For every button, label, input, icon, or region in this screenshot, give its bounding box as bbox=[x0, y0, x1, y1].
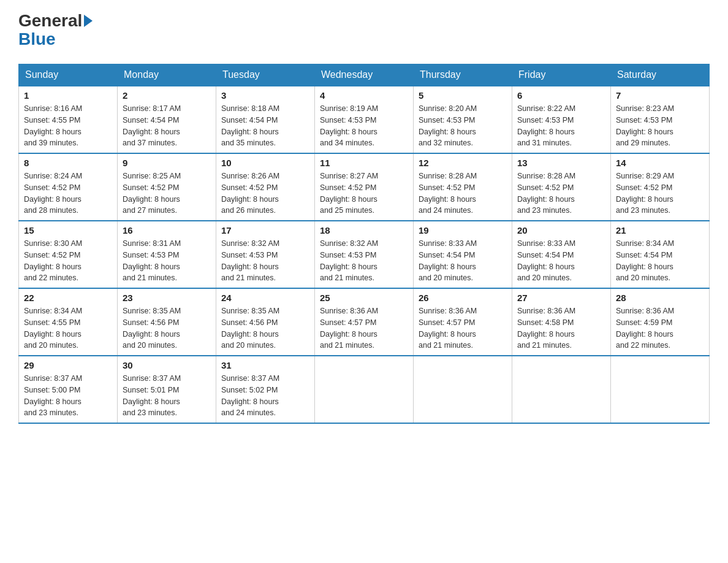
day-number: 3 bbox=[221, 90, 309, 101]
week-row-3: 15 Sunrise: 8:30 AMSunset: 4:52 PMDaylig… bbox=[19, 221, 710, 288]
day-number: 24 bbox=[221, 293, 309, 303]
day-number: 1 bbox=[24, 90, 112, 101]
day-number: 16 bbox=[123, 225, 211, 236]
day-info: Sunrise: 8:27 AMSunset: 4:52 PMDaylight:… bbox=[320, 170, 408, 216]
day-number: 31 bbox=[221, 360, 309, 370]
logo-general-text: General bbox=[18, 12, 82, 29]
day-cell-18: 18 Sunrise: 8:32 AMSunset: 4:53 PMDaylig… bbox=[315, 221, 414, 288]
empty-cell-w4-d5 bbox=[512, 356, 611, 423]
day-info: Sunrise: 8:34 AMSunset: 4:55 PMDaylight:… bbox=[24, 305, 112, 351]
day-info: Sunrise: 8:36 AMSunset: 4:58 PMDaylight:… bbox=[517, 305, 605, 351]
logo-blue-text: Blue bbox=[18, 31, 56, 48]
day-number: 11 bbox=[320, 158, 408, 168]
day-cell-2: 2 Sunrise: 8:17 AMSunset: 4:54 PMDayligh… bbox=[118, 86, 216, 153]
day-cell-10: 10 Sunrise: 8:26 AMSunset: 4:52 PMDaylig… bbox=[216, 153, 315, 221]
day-info: Sunrise: 8:36 AMSunset: 4:59 PMDaylight:… bbox=[616, 305, 704, 351]
day-number: 29 bbox=[24, 360, 112, 370]
day-number: 26 bbox=[419, 293, 507, 303]
day-number: 21 bbox=[616, 225, 704, 236]
day-info: Sunrise: 8:37 AMSunset: 5:01 PMDaylight:… bbox=[123, 373, 211, 419]
day-number: 9 bbox=[123, 158, 211, 168]
day-number: 23 bbox=[123, 293, 211, 303]
header-friday: Friday bbox=[512, 64, 611, 86]
day-number: 6 bbox=[517, 90, 605, 101]
day-number: 20 bbox=[517, 225, 605, 236]
day-info: Sunrise: 8:37 AMSunset: 5:02 PMDaylight:… bbox=[221, 373, 309, 419]
day-info: Sunrise: 8:28 AMSunset: 4:52 PMDaylight:… bbox=[419, 170, 507, 216]
day-number: 22 bbox=[24, 293, 112, 303]
day-info: Sunrise: 8:17 AMSunset: 4:54 PMDaylight:… bbox=[123, 103, 211, 149]
day-cell-29: 29 Sunrise: 8:37 AMSunset: 5:00 PMDaylig… bbox=[19, 356, 118, 423]
day-info: Sunrise: 8:22 AMSunset: 4:53 PMDaylight:… bbox=[517, 103, 605, 149]
day-info: Sunrise: 8:37 AMSunset: 5:00 PMDaylight:… bbox=[24, 373, 112, 419]
day-number: 2 bbox=[123, 90, 211, 101]
page-header: General Blue bbox=[18, 12, 710, 52]
day-cell-16: 16 Sunrise: 8:31 AMSunset: 4:53 PMDaylig… bbox=[118, 221, 216, 288]
day-info: Sunrise: 8:29 AMSunset: 4:52 PMDaylight:… bbox=[616, 170, 704, 216]
day-cell-5: 5 Sunrise: 8:20 AMSunset: 4:53 PMDayligh… bbox=[414, 86, 512, 153]
day-info: Sunrise: 8:30 AMSunset: 4:52 PMDaylight:… bbox=[24, 238, 112, 284]
day-number: 4 bbox=[320, 90, 408, 101]
day-cell-4: 4 Sunrise: 8:19 AMSunset: 4:53 PMDayligh… bbox=[315, 86, 414, 153]
day-cell-17: 17 Sunrise: 8:32 AMSunset: 4:53 PMDaylig… bbox=[216, 221, 315, 288]
week-row-2: 8 Sunrise: 8:24 AMSunset: 4:52 PMDayligh… bbox=[19, 153, 710, 221]
day-info: Sunrise: 8:35 AMSunset: 4:56 PMDaylight:… bbox=[221, 305, 309, 351]
day-cell-31: 31 Sunrise: 8:37 AMSunset: 5:02 PMDaylig… bbox=[216, 356, 315, 423]
logo: General Blue bbox=[18, 12, 94, 52]
day-number: 30 bbox=[123, 360, 211, 370]
header-row: SundayMondayTuesdayWednesdayThursdayFrid… bbox=[19, 64, 710, 86]
day-info: Sunrise: 8:18 AMSunset: 4:54 PMDaylight:… bbox=[221, 103, 309, 149]
day-info: Sunrise: 8:36 AMSunset: 4:57 PMDaylight:… bbox=[419, 305, 507, 351]
day-number: 18 bbox=[320, 225, 408, 236]
day-info: Sunrise: 8:32 AMSunset: 4:53 PMDaylight:… bbox=[221, 238, 309, 284]
day-number: 15 bbox=[24, 225, 112, 236]
day-cell-1: 1 Sunrise: 8:16 AMSunset: 4:55 PMDayligh… bbox=[19, 86, 118, 153]
header-tuesday: Tuesday bbox=[216, 64, 315, 86]
day-number: 5 bbox=[419, 90, 507, 101]
day-cell-11: 11 Sunrise: 8:27 AMSunset: 4:52 PMDaylig… bbox=[315, 153, 414, 221]
day-number: 25 bbox=[320, 293, 408, 303]
day-cell-12: 12 Sunrise: 8:28 AMSunset: 4:52 PMDaylig… bbox=[414, 153, 512, 221]
day-cell-27: 27 Sunrise: 8:36 AMSunset: 4:58 PMDaylig… bbox=[512, 288, 611, 356]
day-info: Sunrise: 8:19 AMSunset: 4:53 PMDaylight:… bbox=[320, 103, 408, 149]
day-cell-3: 3 Sunrise: 8:18 AMSunset: 4:54 PMDayligh… bbox=[216, 86, 315, 153]
day-info: Sunrise: 8:32 AMSunset: 4:53 PMDaylight:… bbox=[320, 238, 408, 284]
day-cell-24: 24 Sunrise: 8:35 AMSunset: 4:56 PMDaylig… bbox=[216, 288, 315, 356]
day-info: Sunrise: 8:34 AMSunset: 4:54 PMDaylight:… bbox=[616, 238, 704, 284]
empty-cell-w4-d6 bbox=[611, 356, 710, 423]
day-number: 28 bbox=[616, 293, 704, 303]
header-sunday: Sunday bbox=[19, 64, 118, 86]
day-number: 13 bbox=[517, 158, 605, 168]
day-cell-26: 26 Sunrise: 8:36 AMSunset: 4:57 PMDaylig… bbox=[414, 288, 512, 356]
day-cell-6: 6 Sunrise: 8:22 AMSunset: 4:53 PMDayligh… bbox=[512, 86, 611, 153]
day-cell-15: 15 Sunrise: 8:30 AMSunset: 4:52 PMDaylig… bbox=[19, 221, 118, 288]
day-number: 27 bbox=[517, 293, 605, 303]
day-cell-25: 25 Sunrise: 8:36 AMSunset: 4:57 PMDaylig… bbox=[315, 288, 414, 356]
day-cell-28: 28 Sunrise: 8:36 AMSunset: 4:59 PMDaylig… bbox=[611, 288, 710, 356]
day-number: 7 bbox=[616, 90, 704, 101]
day-cell-14: 14 Sunrise: 8:29 AMSunset: 4:52 PMDaylig… bbox=[611, 153, 710, 221]
day-number: 19 bbox=[419, 225, 507, 236]
day-number: 17 bbox=[221, 225, 309, 236]
header-monday: Monday bbox=[118, 64, 216, 86]
day-info: Sunrise: 8:24 AMSunset: 4:52 PMDaylight:… bbox=[24, 170, 112, 216]
logo-triangle-icon bbox=[84, 15, 93, 27]
day-cell-30: 30 Sunrise: 8:37 AMSunset: 5:01 PMDaylig… bbox=[118, 356, 216, 423]
day-info: Sunrise: 8:28 AMSunset: 4:52 PMDaylight:… bbox=[517, 170, 605, 216]
day-cell-23: 23 Sunrise: 8:35 AMSunset: 4:56 PMDaylig… bbox=[118, 288, 216, 356]
day-info: Sunrise: 8:35 AMSunset: 4:56 PMDaylight:… bbox=[123, 305, 211, 351]
day-cell-20: 20 Sunrise: 8:33 AMSunset: 4:54 PMDaylig… bbox=[512, 221, 611, 288]
day-cell-22: 22 Sunrise: 8:34 AMSunset: 4:55 PMDaylig… bbox=[19, 288, 118, 356]
calendar-table: SundayMondayTuesdayWednesdayThursdayFrid… bbox=[18, 64, 710, 424]
day-info: Sunrise: 8:16 AMSunset: 4:55 PMDaylight:… bbox=[24, 103, 112, 149]
day-info: Sunrise: 8:23 AMSunset: 4:53 PMDaylight:… bbox=[616, 103, 704, 149]
day-info: Sunrise: 8:33 AMSunset: 4:54 PMDaylight:… bbox=[517, 238, 605, 284]
day-cell-21: 21 Sunrise: 8:34 AMSunset: 4:54 PMDaylig… bbox=[611, 221, 710, 288]
day-cell-13: 13 Sunrise: 8:28 AMSunset: 4:52 PMDaylig… bbox=[512, 153, 611, 221]
week-row-1: 1 Sunrise: 8:16 AMSunset: 4:55 PMDayligh… bbox=[19, 86, 710, 153]
day-info: Sunrise: 8:36 AMSunset: 4:57 PMDaylight:… bbox=[320, 305, 408, 351]
header-saturday: Saturday bbox=[611, 64, 710, 86]
empty-cell-w4-d4 bbox=[414, 356, 512, 423]
day-number: 10 bbox=[221, 158, 309, 168]
day-info: Sunrise: 8:33 AMSunset: 4:54 PMDaylight:… bbox=[419, 238, 507, 284]
